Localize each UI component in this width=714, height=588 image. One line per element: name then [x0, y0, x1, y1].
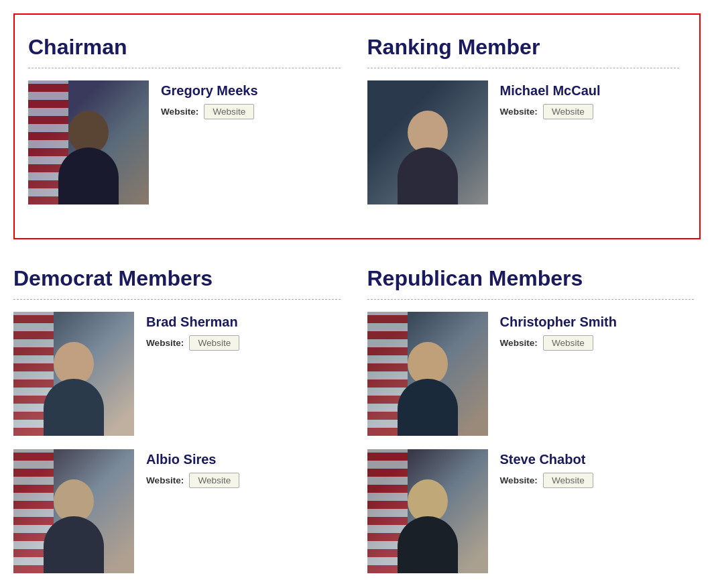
- democrat-title: Democrat Members: [13, 266, 341, 291]
- dem-member-0-website-label: Website:: [146, 338, 184, 348]
- dem-member-0-website-button[interactable]: Website: [189, 335, 239, 351]
- leadership-section: Chairman Gregory Meeks Website: Website: [13, 13, 701, 239]
- dem-member-1-website-label: Website:: [146, 475, 184, 485]
- rep-member-0-name: Christopher Smith: [500, 314, 617, 330]
- dem-member-0: Brad Sherman Website: Website: [13, 312, 341, 436]
- dem-member-1-website-button[interactable]: Website: [189, 473, 239, 488]
- republican-divider: [367, 299, 695, 300]
- rep-member-0-website-row: Website: Website: [500, 335, 617, 351]
- chairman-info: Gregory Meeks Website: Website: [161, 80, 258, 119]
- chairman-website-row: Website: Website: [161, 104, 258, 119]
- rep-member-1-info: Steve Chabot Website: Website: [500, 449, 593, 488]
- rep-member-1-website-label: Website:: [500, 475, 538, 485]
- dem-member-1: Albio Sires Website: Website: [13, 449, 341, 573]
- dem-member-0-website-row: Website: Website: [146, 335, 239, 351]
- republican-col: Republican Members Christopher Smith Web…: [347, 259, 701, 588]
- dem-member-0-photo: [13, 312, 134, 436]
- ranking-member-website-row: Website: Website: [500, 104, 601, 119]
- rep-member-0-photo: [367, 312, 488, 436]
- rep-member-1-website-row: Website: Website: [500, 473, 593, 488]
- rep-member-0-website-button[interactable]: Website: [543, 335, 593, 351]
- rep-member-0-info: Christopher Smith Website: Website: [500, 312, 617, 351]
- dem-member-1-photo: [13, 449, 134, 573]
- ranking-member-card: Michael McCaul Website: Website: [367, 80, 680, 204]
- democrat-col: Democrat Members Brad Sherman Website: W…: [13, 259, 347, 588]
- chairman-col: Chairman Gregory Meeks Website: Website: [28, 28, 347, 225]
- ranking-member-col: Ranking Member Michael McCaul Website: W…: [347, 28, 687, 225]
- dem-member-1-name: Albio Sires: [146, 452, 239, 467]
- ranking-member-photo: [367, 80, 488, 204]
- chairman-name: Gregory Meeks: [161, 83, 258, 99]
- chairman-title: Chairman: [28, 35, 341, 60]
- ranking-member-title: Ranking Member: [367, 35, 680, 60]
- ranking-member-name: Michael McCaul: [500, 83, 601, 99]
- rep-member-0: Christopher Smith Website: Website: [367, 312, 695, 436]
- rep-member-0-website-label: Website:: [500, 338, 538, 348]
- chairman-website-label: Website:: [161, 107, 198, 117]
- dem-member-0-name: Brad Sherman: [146, 314, 239, 330]
- dem-member-0-info: Brad Sherman Website: Website: [146, 312, 239, 351]
- dem-member-1-website-row: Website: Website: [146, 473, 239, 488]
- ranking-member-info: Michael McCaul Website: Website: [500, 80, 601, 119]
- democrat-divider: [13, 299, 341, 300]
- dem-member-1-info: Albio Sires Website: Website: [146, 449, 239, 488]
- republican-title: Republican Members: [367, 266, 695, 291]
- chairman-website-button[interactable]: Website: [204, 104, 254, 119]
- rep-member-1-name: Steve Chabot: [500, 452, 593, 467]
- ranking-divider: [367, 68, 680, 68]
- ranking-member-website-label: Website:: [500, 107, 538, 117]
- rep-member-1: Steve Chabot Website: Website: [367, 449, 695, 573]
- chairman-card: Gregory Meeks Website: Website: [28, 80, 341, 204]
- chairman-divider: [28, 68, 341, 68]
- ranking-member-website-button[interactable]: Website: [543, 104, 593, 119]
- chairman-photo: [28, 80, 149, 204]
- members-section: Democrat Members Brad Sherman Website: W…: [13, 259, 701, 588]
- rep-member-1-website-button[interactable]: Website: [543, 473, 593, 488]
- rep-member-1-photo: [367, 449, 488, 573]
